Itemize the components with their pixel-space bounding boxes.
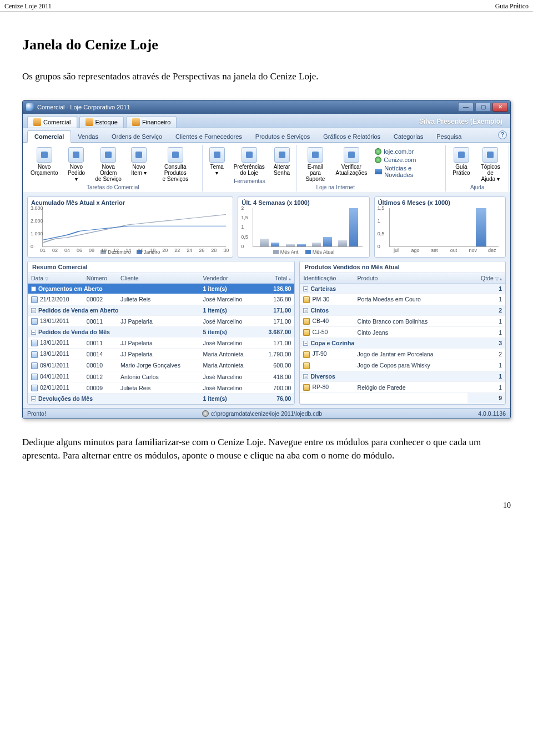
- nav-tab[interactable]: Ordens de Serviço: [105, 131, 169, 142]
- disk-icon: [202, 410, 209, 417]
- brand-name: Silva Presentes (Exemplo): [419, 118, 506, 125]
- minimize-button[interactable]: —: [458, 103, 474, 112]
- expand-icon[interactable]: −: [303, 341, 308, 346]
- ribbon: Novo OrçamentoNovo Pedido ▾Nova Ordem de…: [23, 143, 510, 193]
- column-header[interactable]: Cliente: [117, 273, 200, 284]
- ribbon-button[interactable]: Tópicos de Ajuda ▾: [475, 146, 505, 183]
- ribbon-icon: [37, 147, 52, 163]
- ribbon-icon: [344, 147, 359, 163]
- table-row[interactable]: 21/12/201000002Julieta ReisJosé Marcelin…: [28, 294, 294, 305]
- table-row[interactable]: 13/01/201100014JJ PapelariaMaria Antonie…: [28, 349, 294, 360]
- table-row[interactable]: JT-90Jogo de Jantar em Porcelana2: [300, 349, 505, 360]
- table-resumo: Data ▽NúmeroClienteVendedorTotal ▴ −Orça…: [28, 273, 294, 405]
- nav-tab[interactable]: Pesquisa: [430, 131, 468, 142]
- ribbon-button[interactable]: Verificar Atualizações: [333, 146, 371, 183]
- column-header[interactable]: Data ▽: [28, 273, 83, 284]
- table-row[interactable]: RP-80Relógio de Parede1: [300, 381, 505, 392]
- ribbon-button[interactable]: Alterar Senha: [270, 146, 293, 177]
- help-icon[interactable]: ?: [498, 130, 507, 139]
- table-row[interactable]: CJ-50Cinto Jeans1: [300, 327, 505, 338]
- ribbon-button[interactable]: Novo Pedido ▾: [63, 146, 89, 183]
- ribbon-icon: [454, 147, 469, 163]
- nav-tab[interactable]: Comercial: [27, 130, 71, 143]
- tab-icon: [33, 118, 41, 126]
- ribbon-link[interactable]: Notícias e Novidades: [375, 165, 438, 178]
- module-tab-estoque[interactable]: Estoque: [79, 116, 124, 128]
- group-row[interactable]: −Pedidos de Venda do Mês5 item(s)3.687,0…: [28, 327, 294, 337]
- nav-tab[interactable]: Categorias: [387, 131, 430, 142]
- column-header[interactable]: Identificação: [300, 273, 354, 284]
- nav-tab[interactable]: Produtos e Serviços: [249, 131, 316, 142]
- group-row[interactable]: −Devoluções do Mês1 item(s)76,00: [28, 394, 294, 404]
- table-row[interactable]: CB-40Cinto Branco com Bolinhas1: [300, 316, 505, 327]
- nav-tab[interactable]: Clientes e Fornecedores: [169, 131, 249, 142]
- table-row[interactable]: 04/01/201100012Antonio CarlosJosé Marcel…: [28, 371, 294, 382]
- group-row[interactable]: −Orçamentos em Aberto1 item(s)136,80: [28, 283, 294, 294]
- folder-icon: [303, 296, 310, 303]
- nav-tab[interactable]: Vendas: [71, 131, 105, 142]
- table-row[interactable]: Jogo de Copos para Whisky1: [300, 360, 505, 371]
- ribbon-button[interactable]: Novo Item ▾: [128, 146, 150, 183]
- doc-icon: [31, 362, 38, 369]
- column-header[interactable]: Produto: [354, 273, 467, 284]
- svg-rect-3: [135, 152, 142, 158]
- news-icon: [375, 169, 382, 174]
- expand-icon[interactable]: −: [303, 308, 308, 313]
- close-button[interactable]: ✕: [492, 103, 508, 112]
- page-header: Cenize Loje 2011 Guia Prático: [0, 0, 533, 12]
- ribbon-button[interactable]: Novo Orçamento: [27, 146, 61, 183]
- ribbon-link[interactable]: loje.com.br: [375, 148, 438, 155]
- svg-rect-11: [487, 152, 494, 158]
- group-row[interactable]: −Diversos1: [300, 371, 505, 381]
- table-row[interactable]: 13/01/201100011JJ PapelariaJosé Marcelin…: [28, 337, 294, 349]
- folder-icon: [303, 351, 310, 358]
- ribbon-group-label: Tarefas do Comercial: [87, 184, 139, 190]
- ribbon-group-label: Ferramentas: [234, 178, 265, 184]
- ribbon-button[interactable]: Nova Ordem de Serviço: [91, 146, 125, 183]
- globe-icon: [375, 148, 381, 155]
- svg-rect-0: [41, 152, 48, 158]
- table-row[interactable]: 13/01/201100011JJ PapelariaJosé Marcelin…: [28, 316, 294, 327]
- chart-title: Últ. 4 Semanas (x 1000): [242, 199, 365, 206]
- ribbon-link[interactable]: Cenize.com: [375, 157, 438, 163]
- ribbon-button[interactable]: Preferências do Loje: [230, 146, 268, 177]
- ribbon-icon: [482, 147, 498, 163]
- ribbon-group-label: Ajuda: [470, 184, 485, 190]
- status-path: c:\programdata\cenize\loje 2011\lojedb.c…: [211, 410, 322, 417]
- module-tab-financeiro[interactable]: Financeiro: [126, 116, 177, 128]
- table-row[interactable]: PM-30Porta Moedas em Couro1: [300, 294, 505, 305]
- module-tab-comercial[interactable]: Comercial: [27, 116, 77, 128]
- ribbon-icon: [242, 147, 257, 163]
- column-header[interactable]: Total ▴: [258, 273, 295, 284]
- ribbon-group-ferramentas: Tema ▾Preferências do LojeAlterar Senha …: [203, 145, 298, 191]
- doc-icon: [31, 296, 38, 303]
- column-header[interactable]: Vendedor: [200, 273, 258, 284]
- column-header[interactable]: Qtde ▽ ▴: [467, 273, 505, 284]
- ribbon-button[interactable]: E-mail para Suporte: [300, 146, 330, 183]
- window-title: Comercial - Loje Corporativo 2011: [37, 104, 130, 110]
- group-row[interactable]: −Copa e Cozinha3: [300, 338, 505, 349]
- doc-icon: [31, 318, 38, 325]
- group-row[interactable]: −Carteiras1: [300, 283, 505, 294]
- svg-rect-10: [458, 152, 465, 158]
- group-row[interactable]: −Cintos2: [300, 305, 505, 316]
- app-icon: [26, 103, 34, 111]
- group-row[interactable]: −Pedidos de Venda em Aberto1 item(s)171,…: [28, 305, 294, 316]
- ribbon-button[interactable]: Tema ▾: [206, 146, 228, 177]
- table-row[interactable]: 09/01/201100010Mario Jorge GonçalvesMari…: [28, 360, 294, 371]
- expand-icon[interactable]: −: [303, 286, 308, 291]
- column-header[interactable]: Número: [83, 273, 117, 284]
- intro-paragraph: Os grupos são representados através de P…: [22, 70, 511, 83]
- globe-icon: [375, 157, 381, 163]
- nav-tab[interactable]: Gráficos e Relatórios: [316, 131, 387, 142]
- statusbar: Pronto! c:\programdata\cenize\loje 2011\…: [23, 408, 510, 419]
- ribbon-button[interactable]: Consulta Produtos e Serviços: [152, 146, 199, 183]
- table-row[interactable]: 02/01/201100009Julieta ReisJosé Marcelin…: [28, 382, 294, 394]
- ribbon-icon: [100, 147, 116, 163]
- maximize-button[interactable]: ▢: [475, 103, 491, 112]
- svg-rect-6: [246, 152, 253, 158]
- ribbon-button[interactable]: Guia Prático: [449, 146, 473, 183]
- svg-rect-9: [348, 152, 355, 158]
- panel-resumo: Resumo Comercial Data ▽NúmeroClienteVend…: [27, 261, 295, 405]
- expand-icon[interactable]: −: [303, 374, 308, 379]
